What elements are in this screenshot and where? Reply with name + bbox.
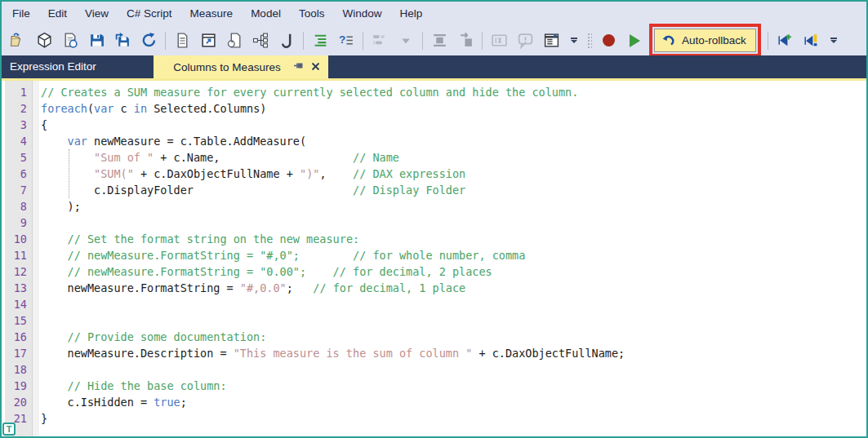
warning-bubble-icon — [516, 32, 534, 50]
model-tree-icon[interactable] — [251, 32, 269, 50]
line-number-gutter: 123456789101112131415161718192021 — [5, 81, 33, 436]
line-number: 20 — [5, 394, 32, 410]
menu-window[interactable]: Window — [333, 2, 390, 25]
save-icon[interactable] — [87, 32, 105, 50]
line-number: 19 — [5, 378, 32, 394]
toolbar-separator — [768, 32, 768, 50]
goto-block-icon — [456, 32, 474, 50]
code-line: // Set the format string on the new meas… — [41, 231, 866, 247]
toolbar: ? Auto-rol — [2, 25, 866, 55]
comment-help-icon[interactable]: ? — [337, 32, 355, 50]
tabular-editor-badge-icon: T — [2, 423, 16, 436]
gutter-strip — [33, 81, 39, 436]
perspective-dropdown-icon — [397, 32, 415, 50]
run-highlight-icon[interactable] — [802, 32, 820, 50]
toolbar-separator — [482, 32, 483, 50]
auto-rollback-label: Auto-rollback — [682, 34, 746, 46]
menu-bar: File Edit View C# Script Measure Model T… — [2, 2, 866, 25]
line-number: 8 — [5, 198, 32, 215]
open-model-icon[interactable] — [9, 32, 27, 50]
tab-label: Columns to Measures — [168, 61, 286, 73]
menu-edit[interactable]: Edit — [39, 2, 76, 25]
pin-icon[interactable] — [293, 60, 304, 74]
line-number: 17 — [5, 345, 32, 361]
line-number: 12 — [5, 263, 32, 280]
code-line: } — [41, 410, 866, 427]
pane-title: Expression Editor — [10, 55, 96, 78]
line-number: 18 — [5, 361, 32, 378]
menu-view[interactable]: View — [76, 2, 118, 25]
code-line — [41, 215, 866, 231]
toolbar-separator — [165, 32, 166, 50]
line-number: 3 — [5, 117, 32, 133]
tab-strip: Expression Editor Columns to Measures — [2, 55, 866, 78]
perspective-select-icon — [371, 32, 389, 50]
code-line — [41, 296, 866, 312]
line-number: 10 — [5, 231, 32, 247]
menu-tools[interactable]: Tools — [290, 2, 334, 25]
menu-model[interactable]: Model — [242, 2, 290, 25]
menu-file[interactable]: File — [3, 2, 39, 25]
save-deploy-icon[interactable] — [61, 32, 79, 50]
line-number: 9 — [5, 215, 32, 231]
toolbar-overflow-icon[interactable] — [828, 32, 839, 50]
indent-guide — [69, 149, 69, 198]
menu-measure[interactable]: Measure — [181, 2, 243, 25]
menu-help[interactable]: Help — [390, 2, 431, 25]
line-number: 15 — [5, 312, 32, 329]
toolbar-separator — [303, 32, 304, 50]
code-line: newMeasure.FormatString = "#,0.0"; // fo… — [41, 280, 866, 296]
line-number: 6 — [5, 166, 32, 182]
code-line: "Sum of " + c.Name, // Name — [41, 149, 866, 166]
record-macro-icon[interactable] — [599, 32, 617, 50]
refresh-icon[interactable] — [140, 32, 158, 50]
new-script-icon[interactable] — [173, 32, 191, 50]
tab-columns-to-measures[interactable]: Columns to Measures — [154, 55, 328, 78]
code-line — [41, 312, 866, 329]
code-line: // newMeasure.FormatString = "0.00"; // … — [41, 263, 866, 280]
toolbar-separator — [363, 32, 363, 50]
code-line: c.DisplayFolder // Display Folder — [41, 182, 866, 198]
auto-rollback-button[interactable]: Auto-rollback — [654, 29, 756, 52]
form-preferences-icon[interactable] — [542, 32, 560, 50]
column-insert-icon — [430, 32, 448, 50]
code-area[interactable]: // Creates a SUM measure for every curre… — [39, 81, 866, 436]
deploy-cube-icon[interactable] — [35, 32, 53, 50]
drag-grip[interactable] — [587, 33, 592, 49]
code-line: ); — [41, 198, 866, 215]
tabular-editor-window: File Edit View C# Script Measure Model T… — [0, 0, 868, 438]
code-line: var newMeasure = c.Table.AddMeasure( — [41, 133, 866, 149]
run-script-icon[interactable] — [625, 32, 643, 50]
svg-text:?: ? — [339, 33, 345, 46]
format-script-icon[interactable] — [278, 32, 296, 50]
line-number: 4 — [5, 133, 32, 149]
code-line: // newMeasure.FormatString = "#,0"; // f… — [41, 247, 866, 263]
line-number: 2 — [5, 100, 32, 117]
expression-brackets-icon — [490, 32, 508, 50]
open-script-window-icon[interactable] — [199, 32, 217, 50]
run-add-icon[interactable] — [776, 32, 794, 50]
code-line: "SUM(" + c.DaxObjectFullName + ")", // D… — [41, 166, 866, 182]
revert-script-icon[interactable] — [225, 32, 243, 50]
toolbar-separator — [422, 32, 423, 50]
close-icon[interactable] — [311, 60, 320, 74]
line-number: 11 — [5, 247, 32, 263]
undo-icon — [661, 33, 676, 47]
code-line: c.IsHidden = true; — [41, 394, 866, 410]
line-number: 1 — [5, 84, 32, 100]
menu-csharp-script[interactable]: C# Script — [118, 2, 181, 25]
code-line: newMeasure.Description = "This measure i… — [41, 345, 866, 361]
line-number: 13 — [5, 280, 32, 296]
line-number: 14 — [5, 296, 32, 312]
code-line: // Provide some documentation: — [41, 329, 866, 345]
line-number: 5 — [5, 149, 32, 166]
code-line: // Hide the base column: — [41, 378, 866, 394]
format-dax-icon[interactable] — [311, 32, 329, 50]
toolbar-options-icon[interactable] — [568, 32, 580, 50]
save-as-icon[interactable] — [114, 32, 131, 50]
code-line: // Creates a SUM measure for every curre… — [41, 84, 866, 100]
code-line — [41, 361, 866, 378]
script-editor[interactable]: 123456789101112131415161718192021 // Cre… — [2, 81, 866, 436]
line-number: 7 — [5, 182, 32, 198]
code-line: { — [41, 117, 866, 133]
